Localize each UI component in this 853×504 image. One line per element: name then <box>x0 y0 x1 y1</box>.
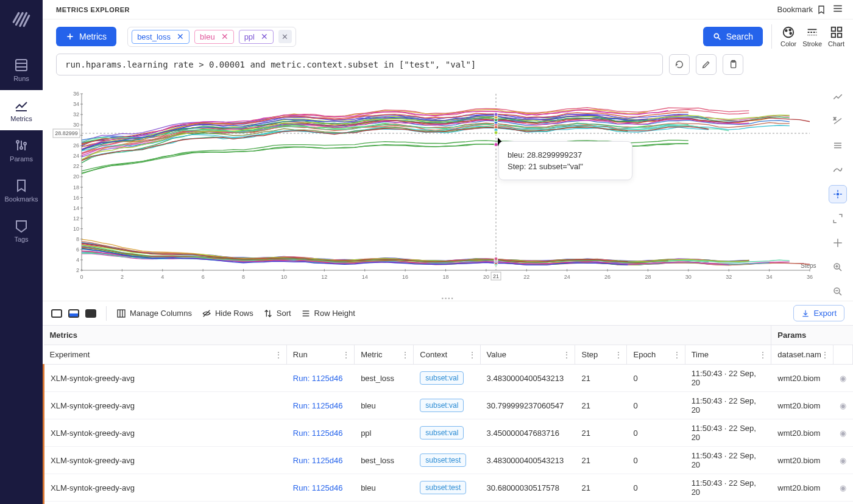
run-link[interactable]: Run: 1125d46 <box>293 374 343 383</box>
table-wrap[interactable]: Metrics Params Experiment⋮Run⋮Metric⋮Con… <box>43 325 853 504</box>
column-header[interactable]: Context⋮ <box>414 345 480 365</box>
svg-text:20: 20 <box>73 173 79 180</box>
hide-rows-button[interactable]: Hide Rows <box>202 309 253 318</box>
nav-metrics[interactable]: Metrics <box>0 90 43 130</box>
column-menu-icon[interactable]: ⋮ <box>342 350 350 360</box>
close-icon[interactable]: ✕ <box>261 32 268 41</box>
eye-icon[interactable]: ◉ <box>840 483 846 492</box>
search-button[interactable]: Search <box>703 27 763 46</box>
bookmark-icon <box>816 5 826 15</box>
view-split[interactable] <box>68 309 79 318</box>
export-button[interactable]: Export <box>793 305 844 321</box>
chart-tool-expand[interactable] <box>829 209 847 228</box>
chart-tool-move[interactable] <box>829 234 847 252</box>
column-menu-icon[interactable]: ⋮ <box>614 350 623 360</box>
run-link[interactable]: Run: 1125d46 <box>293 401 343 410</box>
column-header[interactable]: dataset.nam⋮ <box>771 345 833 365</box>
bookmark-button[interactable]: Bookmark <box>777 5 826 15</box>
svg-text:8: 8 <box>242 274 245 280</box>
column-menu-icon[interactable]: ⋮ <box>274 350 283 360</box>
chart-tool-zoom-out[interactable] <box>829 282 847 301</box>
color-tool[interactable]: Color <box>780 26 796 47</box>
chart-tool-axes[interactable]: x <box>829 112 847 130</box>
toolbar: Metrics best_loss ✕ bleu ✕ ppl ✕ ✕ Searc… <box>43 19 853 54</box>
svg-text:16: 16 <box>402 274 408 280</box>
svg-text:0: 0 <box>80 274 83 280</box>
eye-icon[interactable]: ◉ <box>840 456 846 465</box>
run-link[interactable]: Run: 1125d46 <box>293 483 343 492</box>
chart-tool-aggregate[interactable] <box>829 136 847 155</box>
chart-tool-highlight[interactable] <box>829 185 847 203</box>
edit-button[interactable] <box>696 54 717 75</box>
column-header[interactable]: Step⋮ <box>575 345 627 365</box>
chart-tool-trend[interactable] <box>829 88 847 106</box>
eye-off-icon <box>202 309 211 318</box>
metric-tag-best-loss[interactable]: best_loss ✕ <box>132 30 189 44</box>
clear-tags-button[interactable]: ✕ <box>278 30 292 43</box>
refresh-icon <box>674 60 684 69</box>
table-row[interactable]: XLM-syntok-greedy-avgRun: 1125d46best_lo… <box>44 365 853 392</box>
plus-icon <box>66 32 74 41</box>
chart-tool[interactable]: Chart <box>828 26 844 47</box>
svg-text:12: 12 <box>321 274 327 280</box>
column-header[interactable]: Run⋮ <box>286 345 354 365</box>
nav-tags[interactable]: Tags <box>0 211 43 251</box>
chart-tool-smoothing[interactable] <box>829 161 847 179</box>
table-toolbar: Manage Columns Hide Rows Sort Row Height… <box>43 301 853 325</box>
table-row[interactable]: XLM-syntok-greedy-avgRun: 1125d46pplsubs… <box>44 419 853 447</box>
metric-tag-ppl[interactable]: ppl ✕ <box>239 30 274 44</box>
svg-text:18: 18 <box>73 184 79 191</box>
svg-text:32: 32 <box>726 274 732 280</box>
section-params: Params <box>771 326 853 345</box>
columns-icon <box>116 309 126 318</box>
refresh-button[interactable] <box>669 54 690 75</box>
column-header[interactable]: Experiment⋮ <box>44 345 287 365</box>
column-menu-icon[interactable]: ⋮ <box>468 350 476 360</box>
column-header[interactable]: Metric⋮ <box>355 345 414 365</box>
view-full[interactable] <box>85 309 96 318</box>
nav-runs[interactable]: Runs <box>0 50 43 90</box>
nav-bookmarks[interactable]: Bookmarks <box>0 170 43 211</box>
svg-point-15 <box>714 33 718 38</box>
resize-handle[interactable]: ▪▪▪▪ <box>43 296 853 301</box>
manage-columns-button[interactable]: Manage Columns <box>116 309 192 318</box>
chart-tool-zoom-in[interactable] <box>829 258 847 276</box>
nav-params[interactable]: Params <box>0 130 43 170</box>
column-menu-icon[interactable]: ⋮ <box>673 350 681 360</box>
view-none[interactable] <box>51 309 62 318</box>
metric-tag-bleu[interactable]: bleu ✕ <box>194 30 234 44</box>
run-link[interactable]: Run: 1125d46 <box>293 429 343 438</box>
column-header[interactable]: Epoch⋮ <box>627 345 685 365</box>
sort-button[interactable]: Sort <box>263 309 291 318</box>
nav-label: Bookmarks <box>4 195 38 203</box>
table-row[interactable]: XLM-syntok-greedy-avgRun: 1125d46pplsubs… <box>44 502 853 505</box>
run-link[interactable]: Run: 1125d46 <box>293 456 343 465</box>
table-row[interactable]: XLM-syntok-greedy-avgRun: 1125d46bleusub… <box>44 474 853 502</box>
row-height-button[interactable]: Row Height <box>301 309 355 318</box>
eye-icon[interactable]: ◉ <box>840 401 846 410</box>
column-menu-icon[interactable]: ⋮ <box>821 350 829 360</box>
svg-text:32: 32 <box>73 111 79 117</box>
column-menu-icon[interactable]: ⋮ <box>401 350 409 360</box>
column-header[interactable]: Time⋮ <box>685 345 771 365</box>
eye-icon[interactable]: ◉ <box>840 429 846 438</box>
close-icon[interactable]: ✕ <box>177 32 184 41</box>
svg-point-18 <box>785 30 787 32</box>
svg-text:36: 36 <box>807 274 813 280</box>
query-input[interactable] <box>56 54 663 75</box>
nav-label: Params <box>10 155 33 163</box>
copy-button[interactable] <box>723 54 743 75</box>
column-menu-icon[interactable]: ⋮ <box>759 350 767 360</box>
grid-icon <box>830 26 843 39</box>
table-row[interactable]: XLM-syntok-greedy-avgRun: 1125d46best_lo… <box>44 447 853 474</box>
chart-area[interactable]: 24681012141618202224262830323436 0246810… <box>43 80 853 296</box>
column-menu-icon[interactable]: ⋮ <box>562 350 571 360</box>
menu-icon[interactable] <box>832 3 843 16</box>
eye-icon[interactable]: ◉ <box>840 374 846 383</box>
table-row[interactable]: XLM-syntok-greedy-avgRun: 1125d46bleusub… <box>44 392 853 419</box>
add-metrics-button[interactable]: Metrics <box>56 27 116 46</box>
close-icon[interactable]: ✕ <box>221 32 228 41</box>
page-title: METRICS EXPLORER <box>56 6 130 13</box>
column-header[interactable]: Value⋮ <box>480 345 575 365</box>
stroke-tool[interactable]: Stroke <box>802 26 822 47</box>
